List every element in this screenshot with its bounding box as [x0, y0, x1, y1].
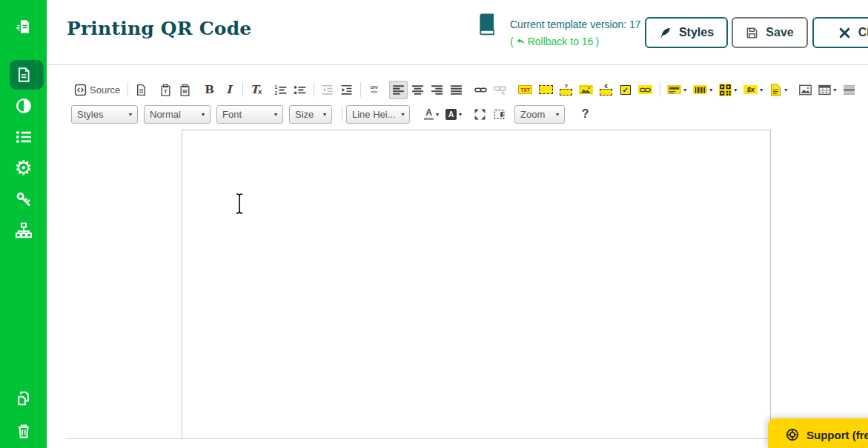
gear-icon: ⚙	[14, 160, 32, 176]
size-select[interactable]: Size▾	[289, 105, 332, 124]
support-button[interactable]: Support (free)	[768, 418, 868, 448]
zoom-select[interactable]: Zoom▾	[514, 105, 565, 124]
field-txt-icon: TXT	[518, 85, 532, 94]
template-doc-icon	[135, 84, 148, 96]
field-link-button[interactable]	[635, 81, 655, 99]
styles-button-label: Styles	[679, 26, 714, 39]
quill-icon	[659, 27, 672, 39]
help-button[interactable]: ?	[576, 105, 594, 124]
toolbar-button-label: Source	[90, 84, 120, 96]
save-button[interactable]: Save	[732, 17, 808, 48]
chevron-down-icon: ▾	[833, 87, 836, 93]
bold-button[interactable]: B	[200, 81, 219, 99]
copy-icon	[16, 390, 32, 407]
paste-word-button[interactable]: W	[176, 81, 194, 99]
link-icon	[474, 84, 487, 96]
editor-page[interactable]	[182, 130, 771, 438]
align-right-icon	[431, 84, 443, 96]
close-button-label: Close	[858, 26, 868, 39]
image-button[interactable]	[796, 81, 815, 99]
show-blocks-button[interactable]	[490, 105, 508, 124]
field-placeholder-button[interactable]	[536, 81, 556, 99]
align-right-button[interactable]	[428, 81, 446, 99]
sidebar-item-contrast[interactable]	[0, 97, 47, 115]
select-label: Styles	[77, 109, 123, 120]
field-question-icon: ?	[560, 84, 572, 96]
numbered-list-icon: 12	[274, 84, 287, 96]
contrast-icon	[16, 98, 32, 114]
field-txt-button[interactable]: TXT	[515, 81, 535, 99]
sidebar-item-duplicate[interactable]	[0, 390, 47, 407]
svg-text:T: T	[164, 88, 168, 95]
sidebar-item-hierarchy[interactable]	[0, 221, 47, 239]
align-justify-icon	[450, 84, 463, 96]
sidebar-item-settings[interactable]: ⚙	[0, 159, 47, 177]
source-icon	[74, 84, 87, 96]
font-select[interactable]: Font▾	[216, 105, 283, 124]
field-document-icon	[769, 84, 782, 96]
help-icon: ?	[582, 107, 589, 121]
field-image-button[interactable]	[576, 81, 596, 99]
paste-text-icon: T	[159, 84, 172, 96]
version-text: Current template version: 17	[510, 18, 643, 31]
toolbar-divider	[242, 82, 243, 97]
chevron-down-icon: ▾	[436, 111, 439, 118]
remove-format-button[interactable]: T×	[247, 81, 265, 99]
field-barcode-button[interactable]: ▾	[690, 81, 715, 99]
lifebuoy-icon	[786, 428, 799, 441]
link-button[interactable]	[471, 81, 490, 99]
sidebar-item-list[interactable]	[0, 128, 47, 146]
maximize-button[interactable]	[471, 105, 489, 124]
trash-icon	[16, 423, 32, 439]
field-form-button[interactable]: ▾	[664, 81, 689, 99]
field-qrcode-button[interactable]: ▾	[716, 81, 740, 99]
align-center-button[interactable]	[408, 81, 427, 99]
bold-icon: B	[205, 83, 214, 96]
italic-button[interactable]: I	[219, 81, 238, 99]
list-icon	[16, 129, 32, 145]
close-button[interactable]: Close	[812, 17, 868, 48]
bulleted-list-button[interactable]	[291, 81, 309, 99]
app-logo[interactable]	[9, 10, 39, 43]
svg-text:2: 2	[275, 90, 278, 96]
text-color-button[interactable]: A▾	[421, 105, 442, 124]
styles-button[interactable]: Styles	[645, 17, 728, 48]
toolbar-divider	[660, 82, 660, 97]
key-icon	[16, 191, 32, 207]
line-hei-select[interactable]: Line Hei...▾	[346, 105, 410, 124]
div-container-button[interactable]: DIV</>	[365, 81, 383, 99]
styles-select[interactable]: Styles▾	[71, 105, 138, 124]
chevron-down-icon: ▾	[323, 111, 326, 118]
field-formula-button[interactable]: $x▾	[741, 81, 766, 99]
sidebar-item-access-keys[interactable]	[0, 190, 47, 208]
sidebar-item-documents[interactable]	[0, 60, 47, 90]
italic-icon: I	[226, 83, 231, 96]
paste-text-button[interactable]: T	[156, 81, 175, 99]
template-doc-button[interactable]	[132, 81, 150, 99]
field-checkbox-button[interactable]: ✓	[616, 81, 635, 99]
numbered-list-button[interactable]: 12	[271, 81, 290, 99]
horizontal-lines-button[interactable]	[840, 81, 858, 99]
toolbar-divider	[360, 82, 361, 97]
normal-select[interactable]: Normal▾	[144, 105, 211, 124]
indent-button[interactable]	[337, 81, 356, 99]
toolbar-divider	[127, 82, 128, 97]
table-button[interactable]: ▾	[815, 81, 839, 99]
bg-color-button[interactable]: A▾	[443, 105, 465, 124]
field-checkbox-icon: ✓	[620, 85, 631, 95]
select-label: Font	[222, 109, 268, 120]
field-question-button[interactable]: ?	[557, 81, 575, 99]
field-document-button[interactable]: ▾	[766, 81, 790, 99]
field-image-icon	[579, 85, 593, 94]
x-icon	[838, 27, 851, 39]
chevron-down-icon: ▾	[683, 87, 686, 93]
source-button[interactable]: Source	[71, 81, 123, 99]
svg-text:W: W	[182, 89, 188, 94]
align-justify-button[interactable]	[447, 81, 466, 99]
align-left-button[interactable]	[389, 81, 408, 99]
field-currency-button[interactable]: €	[597, 81, 615, 99]
rollback-link[interactable]: Rollback to 16	[528, 35, 594, 48]
sidebar-item-delete[interactable]	[0, 422, 47, 440]
maximize-icon	[474, 108, 486, 121]
field-currency-icon: €	[600, 84, 612, 96]
